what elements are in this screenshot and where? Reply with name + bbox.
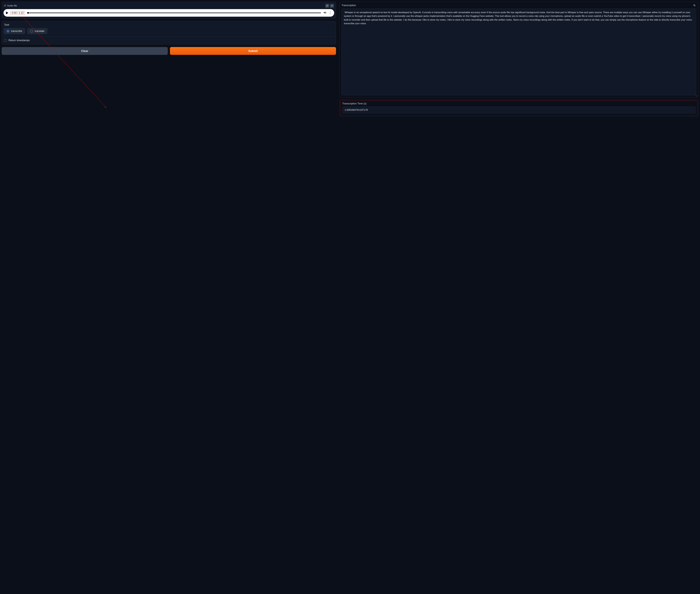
submit-button[interactable]: Submit bbox=[170, 47, 336, 55]
audio-panel-header: Audio file bbox=[3, 3, 334, 9]
clear-button[interactable]: Clear bbox=[2, 47, 168, 55]
radio-indicator bbox=[7, 30, 9, 33]
volume-icon[interactable] bbox=[323, 11, 326, 15]
transcription-textarea[interactable]: Whisper is an exceptional speech-to-text… bbox=[342, 8, 696, 95]
svg-point-1 bbox=[5, 5, 6, 6]
return-timestamps-checkbox[interactable] bbox=[4, 39, 7, 42]
task-radio-group: transcribe translate bbox=[3, 28, 334, 34]
radio-label: translate bbox=[35, 30, 44, 33]
task-label: Task bbox=[4, 23, 334, 26]
audio-player: 0:00 / 1:22 ⋮ bbox=[3, 9, 334, 16]
music-note-icon bbox=[4, 4, 6, 7]
svg-point-0 bbox=[4, 6, 5, 6]
return-timestamps-label: Return timestamps bbox=[8, 39, 30, 42]
transcription-time-panel: Transcription Time (s) 1.509166479110717… bbox=[339, 100, 698, 117]
transcription-label: Transcription bbox=[342, 4, 356, 7]
resize-handle-icon[interactable] bbox=[696, 95, 697, 96]
task-option-translate[interactable]: translate bbox=[27, 28, 47, 34]
close-button[interactable] bbox=[330, 4, 334, 8]
task-panel: Task transcribe translate Return timesta… bbox=[2, 21, 336, 44]
radio-label: transcribe bbox=[11, 30, 22, 33]
audio-panel-title-text: Audio file bbox=[7, 4, 17, 7]
audio-panel-title: Audio file bbox=[4, 4, 17, 7]
edit-button[interactable] bbox=[325, 4, 329, 8]
copy-button[interactable] bbox=[693, 3, 696, 7]
audio-time-annotation-box: 0:00 / 1:22 bbox=[10, 11, 25, 15]
transcription-time-label: Transcription Time (s) bbox=[342, 102, 367, 105]
more-options-icon[interactable]: ⋮ bbox=[328, 11, 332, 14]
return-timestamps-row[interactable]: Return timestamps bbox=[3, 39, 334, 43]
seek-bar[interactable] bbox=[27, 12, 321, 13]
divider bbox=[2, 36, 336, 37]
transcription-time-annotation-box: Transcription Time (s) 1.509166479110717… bbox=[340, 101, 697, 116]
play-button[interactable] bbox=[6, 11, 8, 14]
audio-file-panel: Audio file 0:00 / 1:22 bbox=[2, 2, 336, 19]
action-buttons: Clear Submit bbox=[2, 47, 336, 55]
task-option-transcribe[interactable]: transcribe bbox=[3, 28, 25, 34]
radio-indicator bbox=[30, 30, 33, 33]
transcription-time-value: 1.5091664791107178 bbox=[342, 106, 696, 113]
audio-time-display: 0:00 / 1:22 bbox=[12, 11, 24, 14]
transcription-panel: Transcription Whisper is an exceptional … bbox=[339, 2, 698, 97]
